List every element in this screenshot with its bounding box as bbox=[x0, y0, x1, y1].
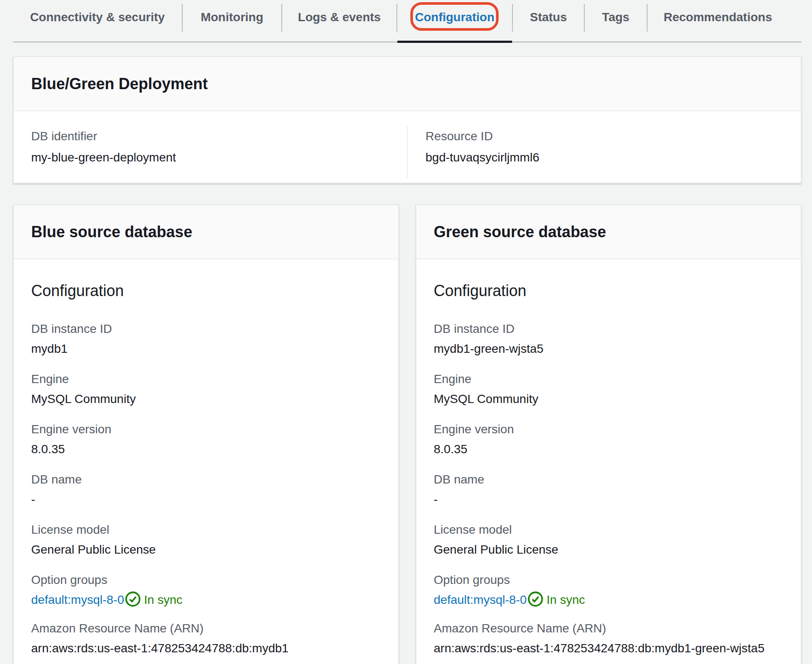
tab-bar: Connectivity & security Monitoring Logs … bbox=[13, 0, 802, 42]
blue-configuration-heading: Configuration bbox=[31, 280, 381, 301]
column-divider bbox=[407, 126, 408, 178]
tab-label: Status bbox=[530, 10, 567, 24]
db-instance-id-field: DB instance ID mydb1 bbox=[31, 320, 381, 358]
deployment-card-title: Blue/Green Deployment bbox=[31, 75, 783, 93]
field-label: DB instance ID bbox=[31, 320, 381, 338]
option-group-link[interactable]: default:mysql-8-0 bbox=[31, 593, 124, 606]
in-sync-status: In sync bbox=[547, 593, 585, 606]
engine-version-field: Engine version 8.0.35 bbox=[434, 421, 783, 458]
tab-connectivity-security[interactable]: Connectivity & security bbox=[13, 0, 182, 42]
option-group-link[interactable]: default:mysql-8-0 bbox=[434, 593, 527, 606]
blue-source-database-card: Blue source database Configuration DB in… bbox=[13, 204, 399, 664]
db-identifier-field: DB identifier my-blue-green-deployment bbox=[14, 128, 407, 166]
engine-field: Engine MySQL Community bbox=[31, 371, 381, 408]
tab-label: Configuration bbox=[415, 10, 495, 24]
field-label: Amazon Resource Name (ARN) bbox=[434, 620, 783, 637]
field-value: arn:aws:rds:us-east-1:478253424788:db:my… bbox=[31, 640, 381, 657]
resource-id-value: bgd-tuvaqsycirljmml6 bbox=[425, 149, 801, 166]
db-identifier-label: DB identifier bbox=[31, 128, 407, 145]
field-value: mydb1 bbox=[31, 340, 381, 358]
tab-label: Logs & events bbox=[298, 10, 380, 24]
field-value: 8.0.35 bbox=[434, 441, 783, 458]
tab-label: Monitoring bbox=[201, 10, 264, 24]
db-instance-id-field: DB instance ID mydb1-green-wjsta5 bbox=[434, 320, 783, 358]
field-label: Engine bbox=[434, 371, 783, 388]
tab-label: Tags bbox=[602, 10, 629, 24]
in-sync-status: In sync bbox=[144, 593, 183, 606]
field-label: Option groups bbox=[434, 571, 783, 589]
deployment-card-header: Blue/Green Deployment bbox=[14, 57, 801, 111]
field-label: DB name bbox=[31, 471, 381, 488]
field-value: MySQL Community bbox=[31, 390, 381, 408]
field-value: General Public License bbox=[31, 541, 381, 558]
green-configuration-heading: Configuration bbox=[434, 280, 783, 301]
green-card-header: Green source database bbox=[416, 205, 801, 259]
field-label: Engine version bbox=[434, 421, 783, 438]
tab-logs-events[interactable]: Logs & events bbox=[282, 0, 396, 42]
field-value: MySQL Community bbox=[434, 390, 783, 408]
option-groups-field: Option groups default:mysql-8-0In sync bbox=[31, 571, 381, 609]
tab-label: Connectivity & security bbox=[30, 10, 164, 24]
tab-label: Recommendations bbox=[664, 10, 772, 24]
field-value: mydb1-green-wjsta5 bbox=[434, 340, 783, 358]
arn-field: Amazon Resource Name (ARN) arn:aws:rds:u… bbox=[434, 620, 783, 657]
field-label: DB instance ID bbox=[434, 320, 783, 338]
field-value: - bbox=[434, 491, 783, 508]
resource-id-field: Resource ID bgd-tuvaqsycirljmml6 bbox=[407, 128, 801, 166]
option-groups-field: Option groups default:mysql-8-0In sync bbox=[434, 571, 783, 609]
check-circle-icon bbox=[125, 591, 141, 607]
tab-monitoring[interactable]: Monitoring bbox=[183, 0, 281, 42]
field-label: DB name bbox=[434, 471, 783, 488]
field-value: General Public License bbox=[434, 541, 783, 558]
resource-id-label: Resource ID bbox=[425, 128, 801, 145]
tab-tags[interactable]: Tags bbox=[585, 0, 647, 42]
db-name-field: DB name - bbox=[434, 471, 783, 508]
source-cards-row: Blue source database Configuration DB in… bbox=[13, 204, 802, 664]
field-value: 8.0.35 bbox=[31, 441, 381, 458]
license-model-field: License model General Public License bbox=[434, 521, 783, 558]
field-value: arn:aws:rds:us-east-1:478253424788:db:my… bbox=[434, 640, 783, 657]
field-label: License model bbox=[434, 521, 783, 538]
arn-field: Amazon Resource Name (ARN) arn:aws:rds:u… bbox=[31, 620, 381, 657]
check-circle-icon bbox=[528, 591, 543, 607]
green-card-body: Configuration DB instance ID mydb1-green… bbox=[416, 259, 801, 664]
field-label: Amazon Resource Name (ARN) bbox=[31, 620, 381, 637]
tab-configuration[interactable]: Configuration bbox=[397, 0, 512, 42]
option-groups-value: default:mysql-8-0In sync bbox=[434, 591, 783, 609]
field-label: Engine bbox=[31, 371, 381, 388]
deployment-card-body: DB identifier my-blue-green-deployment R… bbox=[14, 111, 801, 183]
db-identifier-value: my-blue-green-deployment bbox=[31, 149, 407, 166]
tab-recommendations[interactable]: Recommendations bbox=[648, 0, 788, 42]
option-groups-value: default:mysql-8-0In sync bbox=[31, 591, 381, 609]
blue-card-header: Blue source database bbox=[14, 205, 398, 259]
blue-card-body: Configuration DB instance ID mydb1 Engin… bbox=[14, 259, 398, 664]
engine-version-field: Engine version 8.0.35 bbox=[31, 421, 381, 458]
field-label: License model bbox=[31, 521, 381, 538]
field-value: - bbox=[31, 491, 381, 508]
db-name-field: DB name - bbox=[31, 471, 381, 508]
engine-field: Engine MySQL Community bbox=[434, 371, 783, 408]
green-source-database-card: Green source database Configuration DB i… bbox=[416, 204, 802, 664]
field-label: Option groups bbox=[31, 571, 381, 589]
deployment-summary-card: Blue/Green Deployment DB identifier my-b… bbox=[13, 56, 802, 184]
blue-card-title: Blue source database bbox=[31, 223, 381, 241]
field-label: Engine version bbox=[31, 421, 381, 438]
tab-status[interactable]: Status bbox=[513, 0, 584, 42]
license-model-field: License model General Public License bbox=[31, 521, 381, 558]
green-card-title: Green source database bbox=[434, 223, 783, 241]
